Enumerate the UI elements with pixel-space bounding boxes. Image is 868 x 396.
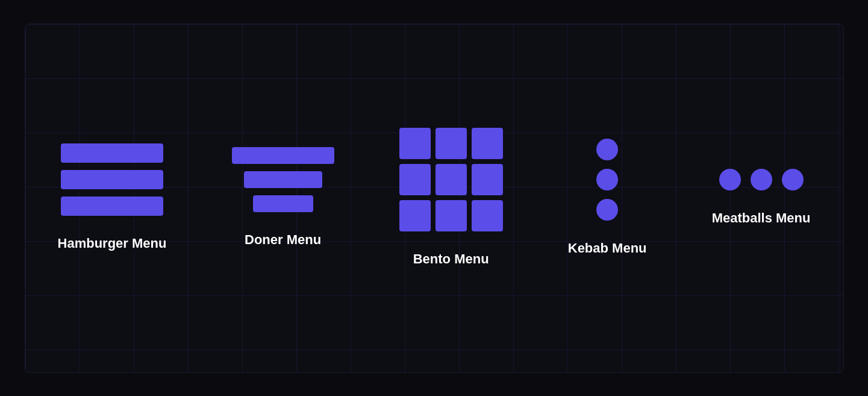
kebab-dot-2 xyxy=(596,169,618,190)
bento-label: Bento Menu xyxy=(413,251,489,268)
bento-menu-item: Bento Menu xyxy=(399,128,503,268)
hamburger-label: Hamburger Menu xyxy=(58,235,167,253)
hamburger-icon xyxy=(61,143,163,216)
bento-grid xyxy=(399,128,503,231)
bento-cell xyxy=(399,200,431,231)
meatballs-dot-2 xyxy=(751,169,772,190)
bento-cell xyxy=(472,128,503,159)
bento-icon xyxy=(399,128,503,231)
meatballs-menu-item: Meatballs Menu xyxy=(712,169,811,227)
main-container: Hamburger Menu Doner Menu Bento Menu xyxy=(25,24,844,373)
meatballs-dot-3 xyxy=(782,169,804,190)
kebab-label: Kebab Menu xyxy=(568,240,647,257)
hamburger-bar-2 xyxy=(61,170,163,189)
meatballs-label: Meatballs Menu xyxy=(712,210,811,227)
kebab-dot-3 xyxy=(596,199,618,221)
bento-cell xyxy=(399,128,431,159)
doner-menu-item: Doner Menu xyxy=(232,147,334,249)
kebab-icon xyxy=(596,139,618,221)
kebab-dots xyxy=(596,139,618,221)
doner-label: Doner Menu xyxy=(245,231,321,249)
kebab-menu-item: Kebab Menu xyxy=(568,139,647,257)
hamburger-menu-item: Hamburger Menu xyxy=(58,143,167,253)
hamburger-bar-1 xyxy=(61,143,163,163)
kebab-dot-1 xyxy=(596,139,618,160)
bento-cell xyxy=(472,164,503,195)
meatballs-dots xyxy=(719,169,804,190)
meatballs-icon xyxy=(719,169,804,190)
bento-cell xyxy=(436,200,467,231)
meatballs-dot-1 xyxy=(719,169,741,190)
doner-bar-2 xyxy=(244,171,322,188)
bento-cell xyxy=(436,164,467,195)
doner-icon xyxy=(232,147,334,212)
doner-bar-1 xyxy=(232,147,334,164)
doner-bar-3 xyxy=(253,195,313,212)
bento-cell xyxy=(472,200,503,231)
bento-cell xyxy=(399,164,431,195)
bento-cell xyxy=(436,128,467,159)
hamburger-bar-3 xyxy=(61,196,163,216)
